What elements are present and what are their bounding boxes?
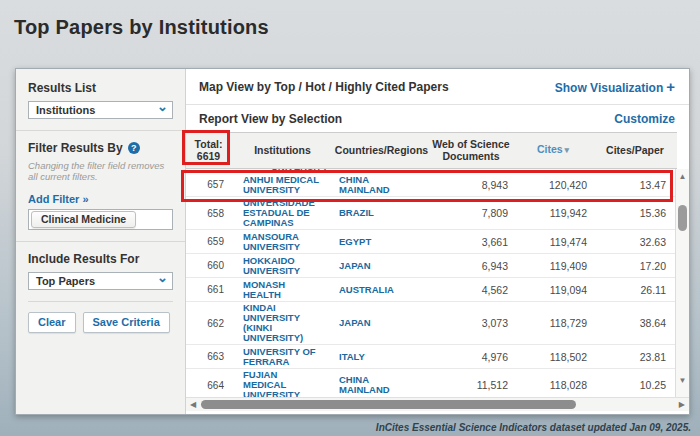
cites-value: 119,942 — [550, 207, 593, 219]
country-link[interactable]: JAPAN — [334, 318, 429, 328]
vertical-scrollbar[interactable]: ▲ ▼ — [675, 169, 689, 397]
cites-value: 118,729 — [550, 317, 593, 329]
sidebar-divider — [16, 241, 185, 242]
table-row[interactable]: 662 KINDAI UNIVERSITY (KINKI UNIVERSITY)… — [186, 302, 677, 345]
institution-link[interactable]: UNIVERSITY OF FERRARA — [231, 347, 334, 367]
column-header-cites-sort[interactable]: Cites▾ — [513, 144, 593, 157]
map-view-title: Map View by Top / Hot / Highly Cited Pap… — [199, 80, 449, 94]
country-link[interactable]: ITALY — [334, 352, 429, 362]
horizontal-scrollbar-thumb[interactable] — [201, 400, 576, 409]
filter-note-text: Changing the filter field removes all cu… — [28, 160, 173, 182]
active-filter-field[interactable]: Clinical Medicine — [28, 209, 173, 230]
institution-link[interactable]: HOKKAIDO UNIVERSITY — [231, 256, 334, 276]
table-header-row: Total: 6619 Institutions Countries/Regio… — [186, 132, 677, 169]
institution-link[interactable]: KINDAI UNIVERSITY (KINKI UNIVERSITY) — [231, 303, 334, 343]
wos-documents-value: 4,976 — [482, 351, 513, 363]
country-link[interactable]: BRAZIL — [334, 208, 429, 218]
scroll-right-icon[interactable]: ▶ — [679, 400, 685, 409]
page-title: Top Papers by Institutions — [14, 16, 269, 39]
cites-per-paper-value: 13.47 — [640, 179, 677, 191]
results-list-dropdown[interactable]: Institutions ⌄ — [28, 101, 173, 119]
clear-button[interactable]: Clear — [28, 312, 76, 333]
table-row[interactable]: 660 HOKKAIDO UNIVERSITY JAPAN 6,943 119,… — [186, 254, 677, 278]
column-header-cites-per-paper: Cites/Paper — [593, 145, 677, 157]
table-row[interactable]: 657 ANHUI MEDICAL UNIVERSITY CHINA MAINL… — [186, 173, 677, 197]
filter-results-by-label: Filter Results By — [28, 141, 123, 155]
cites-per-paper-value: 17.20 — [640, 260, 677, 272]
country-link[interactable]: CHINA MAINLAND — [334, 175, 429, 195]
column-header-institutions: Institutions — [231, 145, 334, 157]
table-row[interactable]: 659 MANSOURA UNIVERSITY EGYPT 3,661 119,… — [186, 230, 677, 254]
sort-descending-icon: ▾ — [565, 145, 570, 155]
country-link[interactable]: CHINA MAINLAND — [334, 375, 429, 395]
institution-link[interactable]: MANSOURA UNIVERSITY — [231, 232, 334, 252]
cites-value: 120,420 — [549, 179, 593, 191]
wos-documents-value: 6,943 — [482, 260, 513, 272]
include-results-selected-value: Top Papers — [36, 275, 95, 287]
cites-value: 119,474 — [550, 236, 593, 248]
results-list-label: Results List — [28, 81, 173, 95]
sidebar-divider — [16, 130, 185, 131]
rank-value: 663 — [207, 351, 231, 362]
table-row[interactable]: 664 FUJIAN MEDICAL UNIVERSITY CHINA MAIN… — [186, 369, 677, 397]
wos-documents-value: 4,562 — [482, 284, 513, 296]
plus-icon: + — [666, 78, 675, 95]
vertical-scrollbar-thumb[interactable] — [678, 205, 687, 231]
rank-value: 659 — [207, 236, 231, 247]
scroll-up-icon[interactable]: ▲ — [676, 172, 689, 181]
wos-documents-value: 8,943 — [482, 179, 513, 191]
filter-chip-clinical-medicine[interactable]: Clinical Medicine — [31, 211, 136, 228]
chevron-down-icon: ⌄ — [157, 274, 168, 282]
cites-per-paper-value: 32.63 — [640, 236, 677, 248]
cites-value: 119,409 — [550, 260, 593, 272]
column-header-countries: Countries/Regions — [334, 145, 429, 157]
cites-value: 118,502 — [550, 351, 593, 363]
cites-per-paper-value: 23.81 — [640, 351, 677, 363]
institution-link[interactable]: ANHUI MEDICAL UNIVERSITY — [231, 175, 334, 195]
table-row[interactable]: 661 MONASH HEALTH AUSTRALIA 4,562 119,09… — [186, 278, 677, 302]
sidebar-divider — [28, 301, 173, 302]
rank-value: 658 — [207, 208, 231, 219]
add-filter-link[interactable]: Add Filter » — [28, 193, 89, 205]
customize-link[interactable]: Customize — [614, 112, 675, 126]
wos-documents-value: 11,512 — [477, 379, 513, 391]
chevron-down-icon: ⌄ — [157, 103, 168, 111]
scroll-left-icon[interactable]: ◀ — [190, 400, 196, 409]
show-visualization-link[interactable]: Show Visualization+ — [555, 78, 675, 95]
table-row[interactable]: 663 UNIVERSITY OF FERRARA ITALY 4,976 11… — [186, 345, 677, 369]
dataset-updated-note: InCites Essential Science Indicators dat… — [376, 422, 691, 433]
rank-value: 660 — [207, 260, 231, 271]
scroll-down-icon[interactable]: ▼ — [676, 376, 689, 385]
sidebar: Results List Institutions ⌄ Filter Resul… — [16, 69, 186, 414]
include-results-dropdown[interactable]: Top Papers ⌄ — [28, 272, 173, 290]
horizontal-scrollbar[interactable]: ◀ ▶ — [186, 397, 689, 411]
rank-value: 661 — [207, 284, 231, 295]
save-criteria-button[interactable]: Save Criteria — [83, 312, 170, 333]
cites-value: 118,028 — [550, 379, 593, 391]
main-content: Map View by Top / Hot / Highly Cited Pap… — [186, 69, 689, 414]
total-count-cell: Total: 6619 — [186, 139, 231, 162]
include-results-for-label: Include Results For — [28, 252, 173, 266]
cites-value: 119,094 — [550, 284, 593, 296]
institution-link[interactable]: FUJIAN MEDICAL UNIVERSITY — [231, 370, 334, 397]
cites-per-paper-value: 10.25 — [640, 379, 677, 391]
report-view-bar: Report View by Selection Customize — [186, 105, 689, 132]
column-header-wos-documents: Web of Science Documents — [429, 139, 513, 162]
help-icon[interactable]: ? — [128, 142, 140, 154]
institution-link[interactable]: MONASH HEALTH — [231, 280, 334, 300]
country-link[interactable]: JAPAN — [334, 261, 429, 271]
cites-per-paper-value: 26.11 — [641, 284, 678, 296]
report-view-title: Report View by Selection — [199, 112, 342, 126]
rank-value: 664 — [207, 380, 231, 391]
country-link[interactable]: AUSTRALIA — [334, 285, 429, 295]
rank-value: 657 — [207, 179, 231, 190]
cites-per-paper-value: 15.36 — [640, 207, 677, 219]
country-link[interactable]: EGYPT — [334, 237, 429, 247]
wos-documents-value: 3,073 — [482, 317, 513, 329]
table-row[interactable]: 658 UNIVERSIDADE ESTADUAL DE CAMPINAS BR… — [186, 197, 677, 230]
cites-per-paper-value: 38.64 — [640, 317, 677, 329]
wos-documents-value: 7,809 — [482, 207, 513, 219]
content-panel: Results List Institutions ⌄ Filter Resul… — [15, 68, 690, 415]
institution-link[interactable]: UNIVERSIDADE ESTADUAL DE CAMPINAS — [231, 198, 334, 228]
institution-link-clipped[interactable]: UNIVERSITY — [231, 169, 334, 172]
